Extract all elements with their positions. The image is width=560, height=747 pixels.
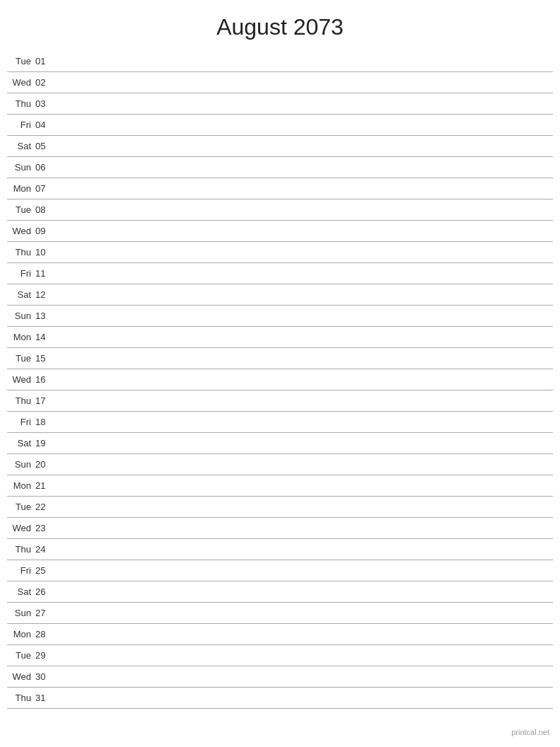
day-number: 13 [35, 311, 55, 321]
day-row: Mon14 [7, 327, 553, 348]
day-row: Tue15 [7, 348, 553, 369]
day-row: Sat05 [7, 136, 553, 157]
day-name: Fri [7, 268, 35, 279]
day-row: Sat26 [7, 581, 553, 603]
day-row: Fri11 [7, 263, 553, 284]
day-row: Sat12 [7, 284, 553, 306]
day-line [55, 400, 553, 401]
day-row: Thu10 [7, 242, 553, 263]
day-number: 14 [35, 332, 55, 342]
day-name: Mon [7, 480, 35, 491]
day-line [55, 231, 553, 231]
day-number: 22 [35, 502, 55, 512]
day-line [55, 422, 553, 422]
day-name: Sat [7, 586, 35, 597]
day-name: Mon [7, 629, 35, 639]
day-name: Thu [7, 247, 35, 257]
footer-text: printcal.net [511, 728, 549, 736]
day-number: 19 [35, 438, 55, 448]
day-number: 20 [35, 459, 55, 470]
day-number: 24 [35, 544, 55, 555]
day-number: 18 [35, 417, 55, 427]
day-name: Sun [7, 311, 35, 321]
day-line [55, 124, 553, 125]
day-name: Thu [7, 395, 35, 406]
day-row: Fri04 [7, 115, 553, 136]
day-name: Tue [7, 650, 35, 661]
day-row: Thu24 [7, 539, 553, 560]
day-number: 25 [35, 565, 55, 576]
day-row: Mon21 [7, 475, 553, 497]
day-line [55, 294, 553, 295]
day-line [55, 252, 553, 253]
day-line [55, 379, 553, 380]
day-number: 29 [35, 650, 55, 661]
day-row: Fri25 [7, 560, 553, 581]
day-line [55, 485, 553, 486]
day-number: 08 [35, 204, 55, 215]
day-number: 23 [35, 523, 55, 533]
day-name: Thu [7, 98, 35, 109]
day-row: Sun27 [7, 603, 553, 624]
day-name: Sat [7, 289, 35, 300]
day-row: Tue08 [7, 199, 553, 221]
day-row: Mon28 [7, 624, 553, 645]
day-line [55, 549, 553, 550]
day-name: Wed [7, 226, 35, 236]
day-line [55, 591, 553, 592]
day-number: 06 [35, 162, 55, 173]
day-line [55, 82, 553, 83]
day-name: Fri [7, 120, 35, 130]
day-line [55, 570, 553, 571]
day-line [55, 358, 553, 359]
calendar-container: Tue01Wed02Thu03Fri04Sat05Sun06Mon07Tue08… [0, 51, 560, 709]
day-line [55, 209, 553, 210]
day-name: Fri [7, 565, 35, 576]
day-name: Thu [7, 544, 35, 555]
day-name: Wed [7, 374, 35, 385]
day-row: Sun06 [7, 157, 553, 178]
day-number: 07 [35, 183, 55, 194]
day-number: 31 [35, 693, 55, 703]
day-line [55, 315, 553, 316]
day-number: 11 [35, 268, 55, 279]
day-name: Sat [7, 141, 35, 151]
day-row: Sun20 [7, 454, 553, 475]
day-number: 12 [35, 289, 55, 300]
day-name: Thu [7, 693, 35, 703]
day-name: Mon [7, 183, 35, 194]
day-name: Tue [7, 353, 35, 364]
day-number: 05 [35, 141, 55, 151]
day-number: 27 [35, 608, 55, 618]
day-row: Fri18 [7, 412, 553, 433]
day-row: Wed02 [7, 72, 553, 93]
day-row: Sun13 [7, 306, 553, 327]
day-row: Tue01 [7, 51, 553, 72]
day-row: Sat19 [7, 433, 553, 454]
day-number: 10 [35, 247, 55, 257]
day-row: Wed09 [7, 221, 553, 242]
day-line [55, 506, 553, 507]
day-name: Sun [7, 459, 35, 470]
day-line [55, 146, 553, 146]
day-row: Tue22 [7, 497, 553, 518]
day-row: Wed30 [7, 666, 553, 688]
day-name: Mon [7, 332, 35, 342]
day-row: Wed23 [7, 518, 553, 539]
day-row: Thu17 [7, 390, 553, 412]
day-line [55, 61, 553, 62]
day-row: Wed16 [7, 369, 553, 390]
day-number: 04 [35, 120, 55, 130]
day-number: 03 [35, 98, 55, 109]
day-number: 15 [35, 353, 55, 364]
day-number: 17 [35, 395, 55, 406]
day-number: 28 [35, 629, 55, 639]
day-name: Sat [7, 438, 35, 448]
day-number: 16 [35, 374, 55, 385]
day-row: Mon07 [7, 178, 553, 199]
day-name: Fri [7, 417, 35, 427]
day-name: Tue [7, 56, 35, 66]
day-name: Sun [7, 608, 35, 618]
day-line [55, 655, 553, 656]
page-title: August 2073 [0, 0, 560, 51]
